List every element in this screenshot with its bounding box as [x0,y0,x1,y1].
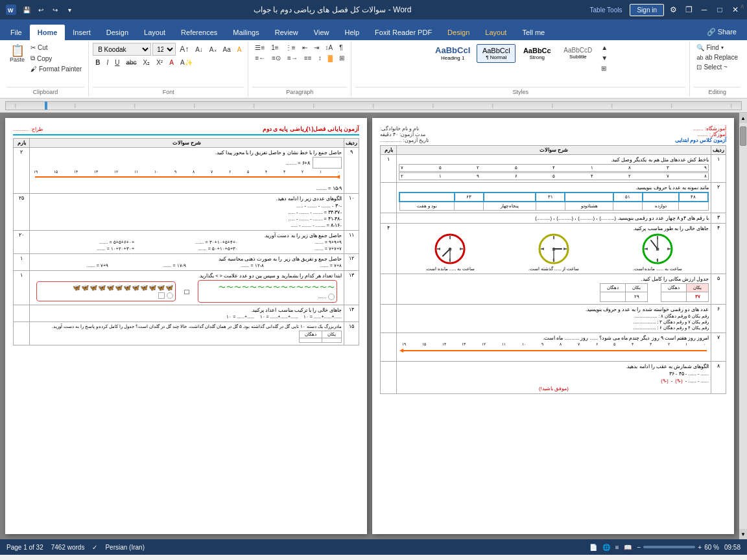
justify-button[interactable]: ≡≡ [302,53,314,63]
view-web-icon[interactable]: 🌐 [602,544,610,551]
vertical-scrollbar[interactable]: ▲ ▼ [739,113,747,539]
restore-icon[interactable]: ❐ [682,3,695,16]
maximize-icon[interactable]: □ [713,3,726,16]
strikethrough-button[interactable]: abc [123,58,139,67]
tab-design2[interactable]: Design [440,25,477,40]
align-right-button[interactable]: ≡→ [285,53,300,63]
tab-review[interactable]: Review [267,25,306,40]
tab-layout[interactable]: Layout [136,25,173,40]
bold-button[interactable]: B [93,58,102,67]
save-icon[interactable]: 💾 [21,4,32,16]
styles-scroll-up[interactable]: ▲ [599,43,610,52]
sort-button[interactable]: ↕A [323,43,336,52]
ribbon-collapse-icon[interactable]: ∧ [740,3,744,10]
styles-expand[interactable]: ⊞ [599,64,610,73]
r-q2-c3: ۵۱ [613,192,643,202]
r-q6-lines: رقم یکان ۵ ورقم دهگان ۸ : ..............… [399,314,709,331]
underline-button[interactable]: U [112,58,122,67]
font-name-select[interactable]: B Koodak [93,43,151,56]
subscript-button[interactable]: X₂ [141,58,153,67]
font-size-select[interactable]: 12 [152,43,176,56]
customize-icon[interactable]: ▾ [64,4,75,16]
tab-mailings[interactable]: Mailings [225,25,267,40]
style-strong[interactable]: AaBbCc Strong [517,44,556,63]
settings-icon[interactable]: ⚙ [667,3,680,16]
styles-scroll-down[interactable]: ▼ [599,53,610,63]
scroll-down-button[interactable]: ▼ [739,529,747,539]
minimize-icon[interactable]: ─ [698,3,711,16]
sign-in-button[interactable]: Sign in [630,4,664,16]
superscript-button[interactable]: X² [154,58,165,67]
zoom-slider[interactable] [643,546,695,548]
ribbon-content: 📋 Paste ✂ Cut ⧉ Copy 🖌 Format Painter Cl… [0,40,747,99]
view-outline-icon[interactable]: ≡ [615,544,619,551]
q14-eqs: ......+......+...... = ۱۰ ......+......+… [32,314,342,320]
decrease-indent-button[interactable]: ⇤ [300,43,310,52]
text-effects-button[interactable]: A✨ [178,58,195,67]
spell-check-icon: ✓ [92,544,97,551]
redo-icon[interactable]: ↪ [49,4,61,16]
find-button[interactable]: 🔍 Find ▾ [694,43,726,52]
format-painter-button[interactable]: 🖌 Format Painter [28,64,84,74]
select-button[interactable]: ⊡ Select ~ [694,62,729,72]
style-normal[interactable]: AaBbCcl ¶ Normal [477,44,516,63]
tab-tell-me[interactable]: Tell me [514,25,552,40]
text-highlight-button[interactable]: A [235,45,244,54]
zoom-out-button[interactable]: − [637,544,641,551]
tab-help[interactable]: Help [337,25,367,40]
tab-design[interactable]: Design [99,25,136,40]
change-case-button[interactable]: Aa [220,45,233,54]
show-formatting-button[interactable]: ¶ [337,43,345,52]
italic-button[interactable]: I [104,58,111,67]
line-spacing-button[interactable]: ↕ [316,53,324,63]
shading-button[interactable]: ▓ [326,53,335,63]
clear-format-button[interactable]: Aₓ [207,45,219,54]
number-list-button[interactable]: 1≡ [268,43,281,52]
multilevel-list-button[interactable]: ⋮≡ [283,43,298,52]
zoom-level: 60 % [704,544,719,551]
cut-button[interactable]: ✂ Cut [28,43,84,52]
undo-icon[interactable]: ↩ [35,4,47,16]
style-heading1[interactable]: AaBbCcI Heading 1 [431,43,475,64]
zoom-in-button[interactable]: + [698,544,702,551]
increase-indent-button[interactable]: ⇥ [311,43,322,52]
group-styles: AaBbCcI Heading 1 AaBbCcl ¶ Normal AaBbC… [351,41,690,97]
r-col-radif: ردیف [711,146,726,155]
r-q5-t2-empty [600,292,626,302]
tab-share[interactable]: 🔗 Share [699,24,744,40]
align-center-button[interactable]: ≡⊙ [269,53,283,63]
tab-file[interactable]: File [3,25,30,40]
style-subtitle[interactable]: AaBbCcD Subtitle [558,44,597,62]
clock-2: 12 6 9 3 ساعت از ...... گذشته است. [528,233,579,272]
tab-view[interactable]: View [306,25,337,40]
status-right: 📄 🌐 ≡ 📖 − + 60 % 09:58 [589,544,741,551]
grow-font-button[interactable]: A↑ [177,43,191,55]
tab-insert[interactable]: Insert [65,25,99,40]
replace-button[interactable]: ab ab Replace [694,52,741,62]
q15-dahgan-val [300,338,322,343]
align-left-button[interactable]: ≡← [252,53,268,63]
tab-layout2[interactable]: Layout [477,25,514,40]
number-line-q9: ◀ ۰۱۲۳۴۵۶۷۸۹۱۰۱۱۱۲۱۳۱۴۱۵۱۹ [32,170,342,184]
scroll-track[interactable] [739,123,747,529]
paste-button[interactable]: 📋 Paste [6,43,28,65]
q13-right-circle [167,292,173,299]
r-q3-text: با رقم های ۴و ۸ چهار عدد دو رقمی بنویسید… [399,215,709,221]
r-question-7-row: ۷ امروز روز هفتم است ۹ روز دیگر چندم ماه… [381,333,726,362]
scroll-thumb[interactable] [740,126,746,146]
r-q2-w1 [679,202,708,211]
bullet-list-button[interactable]: ☰≡ [252,43,267,52]
q9-eq1: ۶+۸ = ........ [285,160,310,166]
view-read-icon[interactable]: 📖 [624,544,632,551]
view-print-icon[interactable]: 📄 [589,544,597,551]
q13-left-group: 〜 〜 〜 〜 〜 〜 〜 〜 〜 〜 [198,280,337,303]
r-q2-c4 [565,192,613,202]
tab-references[interactable]: References [173,25,225,40]
copy-button[interactable]: ⧉ Copy [28,53,84,64]
scroll-up-button[interactable]: ▲ [739,113,747,123]
font-color-button[interactable]: A [167,58,176,67]
borders-button[interactable]: ⊞ [337,53,347,63]
tab-home[interactable]: Home [30,25,65,40]
tab-foxit[interactable]: Foxit Reader PDF [367,25,440,40]
shrink-font-button[interactable]: A↓ [193,45,206,54]
